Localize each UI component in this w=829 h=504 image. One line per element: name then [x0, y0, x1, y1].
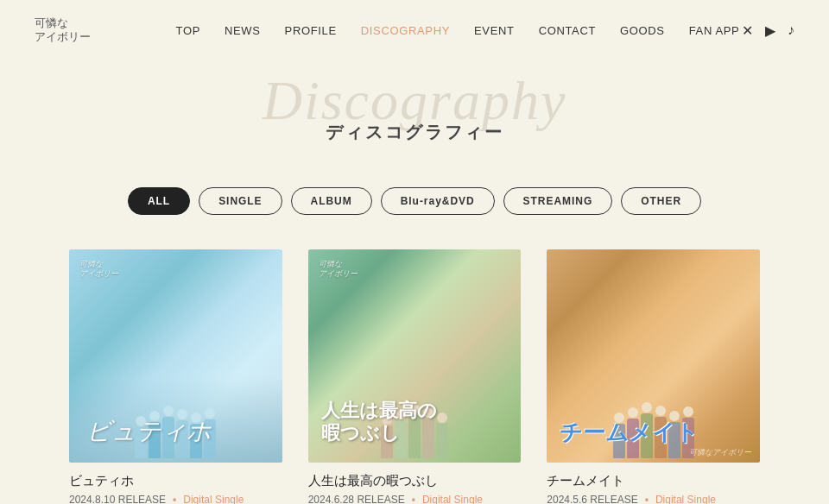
disc-date-3: 2024.5.6 RELEASE — [547, 494, 637, 504]
disc-date-2: 2024.6.28 RELEASE — [308, 494, 405, 504]
disc-overlay-text-1: ビュティホ — [86, 419, 212, 445]
nav-profile[interactable]: PROFILE — [285, 24, 337, 37]
disc-meta-3: 2024.5.6 RELEASE • Digital Single — [547, 494, 760, 504]
nav-discography[interactable]: DISCOGRAPHY — [361, 24, 450, 37]
twitter-link[interactable]: ✕ — [742, 22, 753, 39]
filter-streaming[interactable]: STREAMING — [503, 187, 613, 215]
logo-text: 可憐な — [35, 16, 91, 30]
disc-tag-1: Digital Single — [183, 494, 244, 504]
tiktok-link[interactable]: ♪ — [788, 22, 794, 38]
img-subtext-3: 可憐なアイボリー — [689, 447, 751, 458]
disc-separator-3: • — [645, 494, 649, 504]
filter-all[interactable]: ALL — [128, 187, 190, 215]
site-header: 可憐な アイボリー TOP NEWS PROFILE DISCOGRAPHY E… — [0, 0, 829, 60]
filter-bar: ALL SINGLE ALBUM Blu-ray&DVD STREAMING O… — [0, 187, 829, 215]
nav-fanapp[interactable]: FAN APP — [689, 24, 740, 37]
filter-album[interactable]: ALBUM — [291, 187, 372, 215]
img-logo-2: 可憐なアイボリー — [319, 260, 358, 279]
disc-item-3[interactable]: チームメイト 可憐なアイボリー チームメイト 2024.5.6 RELEASE … — [547, 249, 760, 504]
disc-title-3: チームメイト — [547, 473, 760, 489]
social-links: ✕ ▶ ♪ — [742, 22, 794, 39]
youtube-link[interactable]: ▶ — [765, 22, 775, 39]
page-header: Discography ディスコグラフィー — [0, 60, 829, 161]
discography-grid: 可憐なアイボリー ビュティホ ビュティホ 2024.8.10 RELEASE •… — [0, 249, 829, 504]
filter-single[interactable]: SINGLE — [199, 187, 282, 215]
disc-separator-2: • — [412, 494, 415, 504]
filter-other[interactable]: OTHER — [621, 187, 701, 215]
disc-separator-1: • — [173, 494, 176, 504]
img-logo-1: 可憐なアイボリー — [79, 260, 118, 279]
site-logo[interactable]: 可憐な アイボリー — [35, 16, 91, 43]
disc-image-2: 可憐なアイボリー 人生は最高の暇つぶし — [308, 249, 522, 463]
logo-subtext: アイボリー — [35, 30, 91, 44]
nav-contact[interactable]: CONTACT — [539, 24, 596, 37]
main-nav: TOP NEWS PROFILE DISCOGRAPHY EVENT CONTA… — [90, 24, 740, 37]
nav-goods[interactable]: GOODS — [620, 24, 665, 37]
disc-meta-2: 2024.6.28 RELEASE • Digital Single — [308, 494, 522, 504]
filter-bluray[interactable]: Blu-ray&DVD — [381, 187, 495, 215]
nav-top[interactable]: TOP — [176, 24, 200, 37]
disc-item-2[interactable]: 可憐なアイボリー 人生は最高の暇つぶし 人生は最高の暇つぶし 2024.6.28… — [308, 249, 522, 504]
disc-date-1: 2024.8.10 RELEASE — [69, 494, 166, 504]
disc-title-1: ビュティホ — [69, 473, 282, 489]
disc-image-3: チームメイト 可憐なアイボリー — [547, 249, 760, 463]
page-title-ja: ディスコグラフィー — [0, 121, 829, 144]
discography-main: 可憐なアイボリー ビュティホ ビュティホ 2024.8.10 RELEASE •… — [0, 249, 829, 504]
nav-event[interactable]: EVENT — [474, 24, 515, 37]
disc-title-2: 人生は最高の暇つぶし — [308, 473, 522, 489]
disc-tag-2: Digital Single — [422, 494, 483, 504]
disc-image-1: 可憐なアイボリー ビュティホ — [69, 249, 282, 463]
disc-overlay-text-2: 人生は最高の暇つぶし — [321, 400, 437, 445]
nav-news[interactable]: NEWS — [225, 24, 261, 37]
disc-tag-3: Digital Single — [655, 494, 716, 504]
disc-item-1[interactable]: 可憐なアイボリー ビュティホ ビュティホ 2024.8.10 RELEASE •… — [69, 249, 282, 504]
disc-meta-1: 2024.8.10 RELEASE • Digital Single — [69, 494, 282, 504]
disc-overlay-text-3: チームメイト — [560, 420, 699, 445]
